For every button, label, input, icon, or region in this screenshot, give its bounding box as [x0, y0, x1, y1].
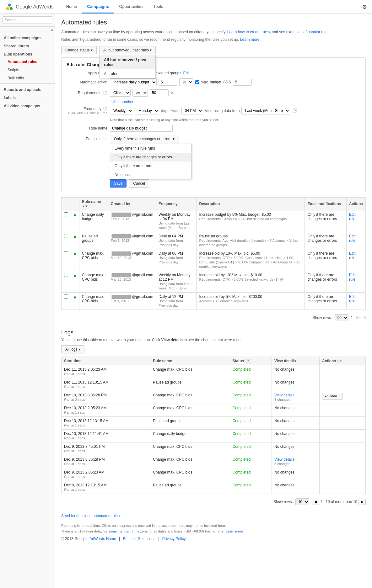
sidebar-item-scripts[interactable]: Scripts — [0, 66, 55, 74]
rule-name-input[interactable] — [110, 125, 173, 132]
footer-links: © 2013 Google AdWords Home | Editorial G… — [61, 537, 366, 541]
editorial-guidelines-link[interactable]: Editorial Guidelines — [123, 537, 155, 541]
sidebar-item-all-video-campaigns[interactable]: All video campaigns — [0, 101, 55, 109]
filter-option-all[interactable]: All rules — [100, 69, 156, 78]
nav-tools[interactable]: Tools — [148, 0, 168, 13]
gear-icon[interactable]: ⚙ — [362, 3, 367, 10]
email-option-changes-errors[interactable]: Only if there are changes or errors — [110, 153, 191, 162]
sidebar-item-shared-library[interactable]: Shared library — [0, 41, 55, 50]
save-button[interactable]: Save — [110, 179, 127, 188]
email-notif-cell: Only if there are changes or errors — [305, 293, 346, 310]
app-name: Google AdWords — [16, 4, 54, 10]
col-view-details: View details — [272, 357, 320, 365]
row-checkbox[interactable] — [64, 294, 68, 299]
email-option-every-time[interactable]: Every time this rule runs — [110, 144, 191, 153]
nav-home[interactable]: Home — [61, 0, 82, 13]
view-details-link-2[interactable]: View details — [274, 457, 294, 462]
col-frequency: Frequency — [156, 198, 196, 210]
max-budget-question[interactable]: ? — [223, 80, 228, 84]
created-by-cell: ████████@gmail.comOct 3, 2013 — [108, 293, 156, 310]
rule-name-cell: Change max. CPC bids — [79, 249, 108, 271]
privacy-policy-link[interactable]: Privacy Policy — [162, 537, 186, 541]
email-option-no-emails[interactable]: No emails — [110, 170, 191, 179]
sidebar-item-all-online-campaigns[interactable]: All online campaigns — [0, 33, 55, 41]
req-question[interactable]: ? — [103, 91, 107, 95]
sidebar-item-labels[interactable]: Labels — [0, 93, 55, 101]
show-rows-select[interactable]: 50 25 10 — [335, 314, 348, 321]
edit-rule-link[interactable]: Editrule — [349, 251, 363, 260]
edit-rule-link[interactable]: Editrule — [349, 234, 363, 243]
info-bar: Automated rules can save you time by ope… — [61, 29, 366, 35]
sidebar-collapse-btn[interactable]: « — [51, 27, 53, 32]
popular-rules-link[interactable]: see examples of popular rules — [279, 30, 329, 34]
edit-rule-link[interactable]: Editrule — [349, 212, 363, 221]
freq-data-from-select[interactable]: Last week (Mon - Sun) — [241, 107, 290, 114]
sidebar-search-container — [0, 14, 55, 27]
log-row: Dec 9, 2013 8:36:28 PMRan in 1 secs Chan… — [62, 455, 366, 468]
prev-page-button[interactable]: ◀ — [312, 499, 319, 505]
req-remove-icon[interactable]: ✕ — [170, 90, 174, 95]
logs-table: Start time Rule name Status ? View detai… — [61, 357, 366, 494]
actions-question[interactable]: ? — [337, 359, 342, 363]
freq-hour-select[interactable]: 04 PM — [181, 107, 203, 114]
feedback-link[interactable]: Send feedback on automated rules — [61, 514, 120, 518]
frequency-cell: Daily at 12 PMUsing data from Previous d… — [156, 293, 196, 310]
row-checkbox[interactable] — [64, 212, 68, 216]
sidebar-item-bulk-edits[interactable]: Bulk edits — [0, 74, 55, 82]
sidebar-item-automated-rules[interactable]: Automated rules — [0, 58, 55, 66]
learn-rules-link[interactable]: Learn how to create rules — [227, 30, 270, 34]
req-metric-select[interactable]: Clicks — [110, 89, 131, 97]
auto-action-amount-input[interactable] — [159, 79, 177, 86]
status-question[interactable]: ? — [246, 359, 250, 363]
auto-action-select[interactable]: Increase daily budget — [110, 78, 157, 86]
col-status: Status ? — [230, 357, 272, 365]
rules-table: Rule name ▲▼ Created by Frequency Descri… — [61, 197, 366, 310]
row-checkbox[interactable] — [64, 234, 68, 238]
logs-show-rows-select[interactable]: 10 25 50 — [295, 498, 309, 505]
log-row: Dec 11, 2013 12:13:15 AMRan in 1 secs Pa… — [62, 378, 366, 391]
search-input[interactable] — [3, 16, 52, 24]
sidebar-item-reports-uploads[interactable]: Reports and uploads — [0, 85, 55, 93]
sidebar-item-bulk-operations[interactable]: Bulk operations — [0, 50, 55, 58]
edit-rule-link[interactable]: Editrule — [349, 294, 363, 303]
auto-action-row: Automatic action Increase daily budget %… — [67, 78, 360, 86]
change-status-button[interactable]: Change status ▾ — [61, 46, 97, 54]
status-dot: ● — [73, 251, 77, 257]
nav-campaigns[interactable]: Campaigns — [82, 0, 114, 13]
logs-toolbar: All logs ▾ — [61, 345, 366, 353]
adwords-home-link[interactable]: AdWords Home — [89, 537, 116, 541]
freq-day-select[interactable]: Monday — [135, 107, 159, 114]
view-details-link[interactable]: View details — [274, 393, 294, 397]
freq-question[interactable]: ? — [103, 107, 107, 111]
apply-edit-link[interactable]: Edit — [183, 71, 190, 75]
some-metrics-link[interactable]: some metrics — [108, 529, 129, 533]
top-nav: Google AdWords Home Campaigns Opportunit… — [0, 0, 372, 14]
req-op-select[interactable]: >= — [132, 89, 148, 97]
all-logs-button[interactable]: All logs ▾ — [61, 345, 84, 353]
max-budget-value-input[interactable] — [233, 79, 252, 86]
logo: Google AdWords — [5, 3, 54, 11]
freq-period-select[interactable]: Weekly — [110, 107, 133, 114]
email-dropdown-button[interactable]: Only if there are changes or errors ▾ — [110, 135, 179, 143]
email-results-label: Email results — [67, 137, 107, 141]
email-option-errors-only[interactable]: Only if there are errors — [110, 162, 191, 170]
add-another-link[interactable]: + Add another — [110, 100, 360, 104]
max-budget-checkbox[interactable] — [195, 80, 199, 84]
row-checkbox[interactable] — [64, 273, 68, 277]
filter-dropdown-menu: All but removed / past rules All rules — [99, 55, 156, 78]
col-rule-name[interactable]: Rule name ▲▼ — [79, 198, 108, 210]
logs-pagination-text: 1 - 10 of more than 10 — [320, 500, 357, 504]
freq-data-question[interactable]: ? — [293, 109, 297, 113]
filter-option-removed[interactable]: All but removed / past rules — [100, 55, 156, 69]
cancel-button[interactable]: Cancel — [129, 179, 149, 188]
row-checkbox[interactable] — [64, 251, 68, 255]
learn-more-footer-link[interactable]: Learn more — [225, 529, 243, 533]
req-value-input[interactable] — [150, 89, 169, 96]
filter-button[interactable]: All but removed / past rules ▾ — [99, 46, 156, 54]
warning-learn-link[interactable]: Learn more — [240, 37, 259, 42]
edit-rule-link[interactable]: Editrule — [349, 273, 363, 282]
nav-opportunities[interactable]: Opportunities — [114, 0, 148, 13]
undo-button[interactable]: ↩ Undo... — [322, 393, 343, 400]
next-page-button[interactable]: ▶ — [359, 499, 366, 505]
auto-action-unit-select[interactable]: % $ — [179, 78, 193, 86]
